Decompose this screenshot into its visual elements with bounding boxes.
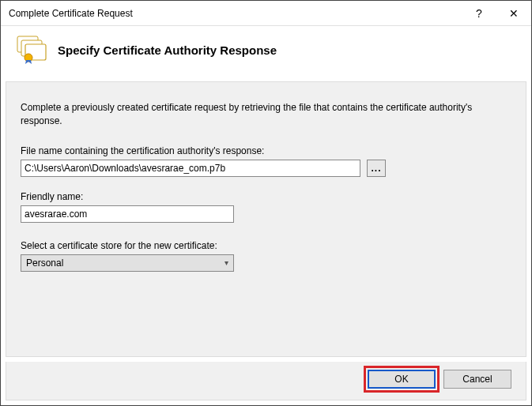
friendly-label: Friendly name: (21, 191, 511, 202)
titlebar: Complete Certificate Request ? ✕ (1, 1, 531, 26)
page-heading: Specify Certificate Authority Response (58, 43, 277, 57)
description-text: Complete a previously created certificat… (21, 101, 511, 128)
ok-button[interactable]: OK (368, 370, 436, 389)
window-title: Complete Certificate Request (9, 8, 462, 19)
certificate-icon (15, 34, 47, 66)
certificate-store-select[interactable]: Personal ▾ (21, 254, 234, 272)
browse-button[interactable]: ... (367, 160, 386, 177)
chevron-down-icon: ▾ (224, 258, 228, 267)
cancel-button[interactable]: Cancel (443, 370, 511, 389)
file-input[interactable] (21, 160, 360, 177)
certificate-store-value: Personal (26, 258, 63, 269)
content-panel: Complete a previously created certificat… (6, 81, 526, 357)
store-label: Select a certificate store for the new c… (21, 240, 511, 251)
file-label: File name containing the certification a… (21, 145, 511, 156)
header: Specify Certificate Authority Response (1, 26, 531, 77)
friendly-name-input[interactable] (21, 205, 234, 223)
close-button[interactable]: ✕ (496, 2, 531, 25)
dialog-footer: OK Cancel (6, 362, 526, 400)
help-button[interactable]: ? (462, 2, 496, 25)
